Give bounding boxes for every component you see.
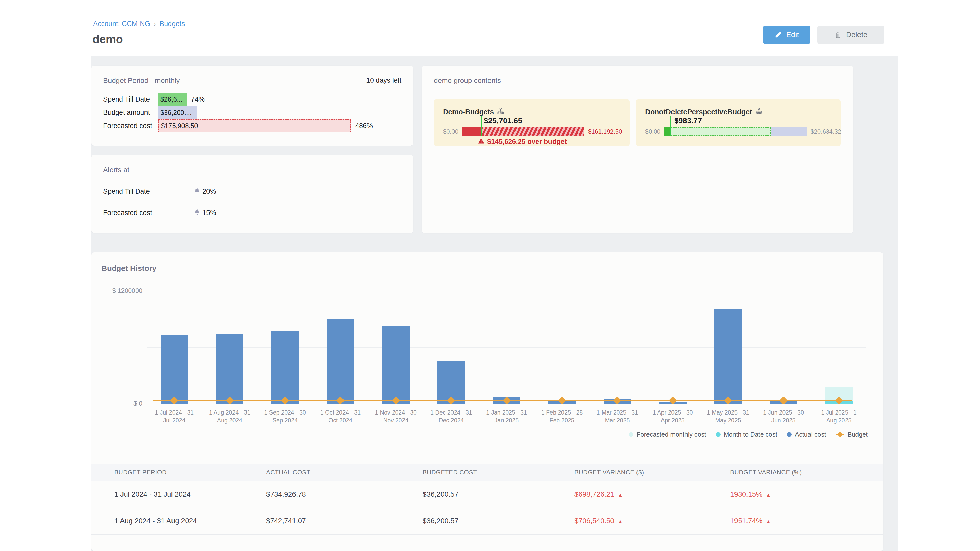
y-axis-max-label: $ 1200000 [97,287,142,294]
over-budget-warning: $145,626.25 over budget [443,137,601,146]
bar-max-label: $20,634.32 [811,128,841,135]
breadcrumb-account-link[interactable]: Account: CCM-NG [93,20,150,27]
x-axis-label: 1 Mar 2025 - 31Mar 2025 [590,409,645,424]
edit-button[interactable]: Edit [763,25,810,44]
actual-cost-bar[interactable] [327,319,354,404]
budget-detail-page: Account: CCM-NG›Budgets demo Edit Delete… [0,0,980,551]
delete-button[interactable]: Delete [818,25,884,44]
row-label: Budget amount [103,106,158,119]
edit-button-label: Edit [786,30,799,39]
x-axis-label: 1 Aug 2024 - 31Aug 2024 [202,409,257,424]
legend-marker-dot [787,432,792,437]
x-axis-label: 1 Dec 2024 - 31Dec 2024 [424,409,479,424]
demo-budgets-bar[interactable] [462,127,584,136]
x-axis-label: 1 Jul 2024 - 31Jul 2024 [147,409,202,424]
variance-cell: 1930.15%▲ [730,490,776,499]
budget-amount-bar[interactable]: $36,200.... [158,106,197,119]
alert-value: 15% [202,209,216,217]
actual-cost-bar[interactable] [382,326,410,404]
warning-triangle-icon [477,137,485,146]
y-axis-zero-label: $ 0 [97,400,142,407]
group-contents-card: demo group contents Demo-Budgets $25,701… [422,65,853,233]
budget-history-title: Budget History [102,264,156,273]
chart-legend: Forecasted monthly costMonth to Date cos… [628,431,868,438]
row-label: Forecasted cost [103,119,158,132]
budget-period-header: Budget Period - monthly [103,76,180,85]
bell-icon [194,187,200,196]
breadcrumb-separator: › [154,20,156,27]
x-axis-label: 1 Nov 2024 - 30Nov 2024 [368,409,423,424]
bar-min-label: $0.00 [443,128,458,135]
budget-line[interactable] [153,400,852,401]
budget-history-chart: 1 Jul 2024 - 31Jul 20241 Aug 2024 - 31Au… [147,291,866,404]
gridline-top [147,291,866,291]
x-axis-label: 1 Jun 2025 - 30Jun 2025 [756,409,811,424]
forecasted-cost-row: Forecasted cost $175,908.50 486% [103,119,403,132]
forecasted-cost-bar[interactable]: $175,908.50 [158,119,351,132]
x-axis-label: 1 Apr 2025 - 30Apr 2025 [645,409,700,424]
table-header-cell: BUDGET PERIOD [115,469,172,476]
actual-cost-bar[interactable] [271,331,299,404]
budget-history-card: Budget History $ 1200000 $ 0 1 Jul 2024 … [91,252,883,551]
table-cell: 1 Aug 2024 - 31 Aug 2024 [115,517,202,525]
table-cell: $734,926.78 [266,490,311,499]
table-cell: $36,200.57 [423,490,463,499]
table-header-cell: BUDGET VARIANCE (%) [730,469,807,476]
bell-icon [194,209,200,217]
breadcrumb-budgets-link[interactable]: Budgets [159,20,185,27]
variance-cell: 1951.74%▲ [730,517,776,525]
spend-pct: 74% [191,93,205,106]
group-item-name: Demo-Budgets [443,108,494,116]
x-axis-label: 1 Jul 2025 - 1Aug 2025 [811,409,866,424]
pencil-icon [775,31,782,38]
spend-marker-value: $983.77 [674,116,702,125]
donotdelete-bar[interactable] [664,127,807,136]
table-cell: $36,200.57 [423,517,463,525]
x-axis-label: 1 Oct 2024 - 31Oct 2024 [313,409,368,424]
table-header-cell: BUDGET VARIANCE ($) [574,469,649,476]
actual-cost-bar[interactable] [714,309,742,404]
alerts-header: Alerts at [103,166,129,174]
hierarchy-icon[interactable] [755,107,763,117]
legend-item[interactable]: Month to Date cost [716,431,777,438]
legend-marker-dot [716,432,721,437]
x-axis-label: 1 Jan 2025 - 31Jan 2025 [479,409,534,424]
legend-label: Month to Date cost [724,431,777,438]
variance-cell: $706,540.50▲ [574,517,628,525]
legend-marker-dot [628,432,633,437]
up-arrow-icon: ▲ [766,519,771,524]
legend-item[interactable]: Forecasted monthly cost [628,431,706,438]
hierarchy-icon[interactable] [497,107,504,117]
variance-cell: $698,726.21▲ [574,490,628,499]
spend-till-date-bar[interactable]: $26,6... [158,93,187,106]
up-arrow-icon: ▲ [618,519,623,524]
actual-cost-bar[interactable] [161,335,188,404]
group-item-name: DonotDeletePerspectiveBudget [645,108,752,116]
budget-period-card: Budget Period - monthly 10 days left Spe… [91,65,413,146]
budget-amount-row: Budget amount $36,200.... [103,106,403,119]
page-title: demo [92,33,123,46]
table-header-row: BUDGET PERIODACTUAL COSTBUDGETED COSTBUD… [91,464,883,481]
delete-button-label: Delete [846,30,867,39]
table-cell: 1 Jul 2024 - 31 Jul 2024 [115,490,196,499]
spend-till-date-row: Spend Till Date $26,6... 74% [103,93,403,106]
group-header: demo group contents [434,76,501,85]
x-axis-label: 1 Feb 2025 - 28Feb 2025 [535,409,590,424]
gridline-mid [147,347,866,348]
legend-marker-line-diamond [836,434,845,435]
alert-row-spend: Spend Till Date 20% [103,187,401,195]
x-axis-label: 1 May 2025 - 31May 2025 [700,409,756,424]
alert-row-forecast: Forecasted cost 15% [103,209,401,217]
group-item-demo-budgets[interactable]: Demo-Budgets $25,701.65 $0.00 $161,192.5… [434,100,630,146]
up-arrow-icon: ▲ [618,492,623,498]
alert-label: Forecasted cost [103,209,152,217]
legend-item[interactable]: Actual cost [787,431,826,438]
actual-cost-bar[interactable] [216,334,243,404]
spend-marker-value: $25,701.65 [484,116,522,125]
up-arrow-icon: ▲ [766,492,771,498]
legend-label: Budget [848,431,868,438]
alert-label: Spend Till Date [103,187,150,195]
legend-item[interactable]: Budget [836,431,868,438]
alerts-card: Alerts at Spend Till Date 20% Forecasted… [91,155,413,233]
group-item-donotdelete[interactable]: DonotDeletePerspectiveBudget $983.77 $0.… [636,100,841,146]
